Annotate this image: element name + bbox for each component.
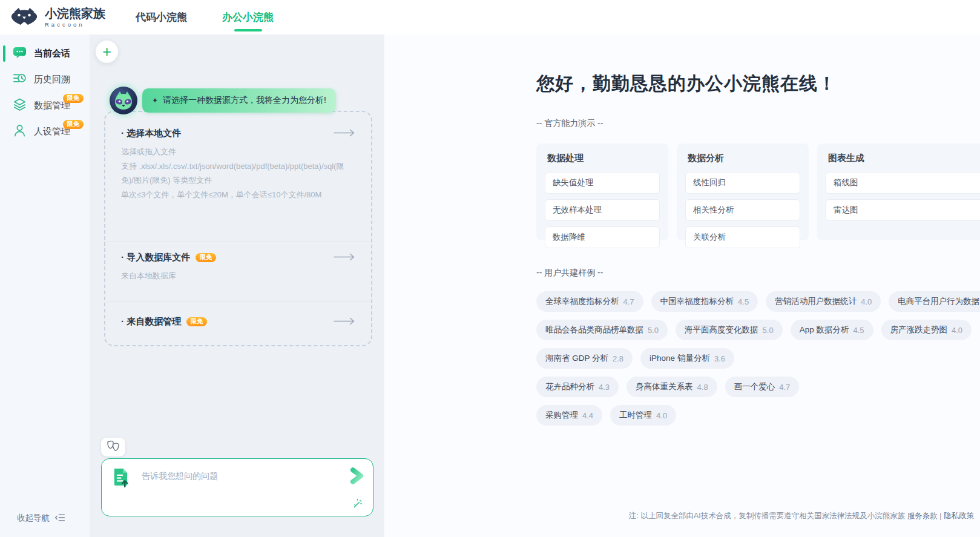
- official-demo-label: -- 官方能力演示 --: [536, 118, 980, 129]
- limited-free-badge: 限免: [196, 253, 216, 262]
- assistant-message-row: ✦ 请选择一种数据源方式，我将全力为您分析!: [110, 87, 336, 114]
- sidebar-item-history[interactable]: 历史回溯: [0, 67, 90, 93]
- card-title: 数据处理: [547, 153, 660, 164]
- example-pill[interactable]: 营销活动用户数据统计4.0: [766, 291, 881, 312]
- example-pill[interactable]: 唯品会各品类商品榜单数据5.0: [536, 320, 668, 340]
- tab-code-raccoon[interactable]: 代码小浣熊: [136, 0, 187, 35]
- limited-free-badge: 限免: [63, 120, 84, 129]
- sidebar-item-label: 历史回溯: [34, 74, 70, 85]
- capability-card-data-processing: 数据处理 缺失值处理 无效样本处理 数据降维: [536, 143, 668, 240]
- example-pill[interactable]: 电商平台用户行为数据4.8: [889, 291, 980, 312]
- user-examples-label: -- 用户共建样例 --: [536, 268, 980, 278]
- option-desc-line: 选择或拖入文件: [121, 145, 355, 159]
- ai-disclaimer: 注: 以上回复全部由AI技术合成，复制传播需要遵守相关国家法律法规及小浣熊家族 …: [629, 511, 974, 521]
- plus-icon: +: [102, 43, 111, 61]
- capability-card-chart-generation: 图表生成 箱线图 雷达图: [817, 143, 980, 240]
- brand-name: 小浣熊家族: [45, 7, 105, 20]
- option-title: · 来自数据管理: [121, 316, 181, 328]
- brand: 小浣熊家族 Raccoon: [0, 6, 119, 29]
- assistant-message-bubble: ✦ 请选择一种数据源方式，我将全力为您分析!: [142, 88, 336, 113]
- option-desc-line: 支持 .xlsx/.xls/.csv/.txt/json/word(beta)/…: [121, 159, 355, 187]
- active-indicator-bar: [3, 45, 5, 62]
- option-title: · 选择本地文件: [121, 128, 181, 139]
- disclaimer-text: 注: 以上回复全部由AI技术合成，复制传播需要遵守相关国家法律法规及小浣熊家族: [629, 512, 905, 520]
- card-title: 图表生成: [828, 153, 980, 164]
- raccoon-logo-icon: [10, 6, 39, 29]
- sidebar-item-persona-management[interactable]: 人设管理 限免: [0, 119, 90, 145]
- example-pill[interactable]: App 数据分析4.5: [791, 320, 873, 340]
- arrow-right-icon: [334, 128, 355, 139]
- collapse-nav-label: 收起导航: [17, 513, 50, 524]
- example-pill[interactable]: 画一个爱心4.7: [725, 377, 800, 397]
- assistant-avatar: [110, 87, 137, 114]
- privacy-link[interactable]: 隐私政策: [944, 512, 974, 520]
- chat-panel: + ✦ 请选择一种数据源方式，我将全力为您分析!: [90, 35, 384, 537]
- example-pill[interactable]: 房产涨跌走势图4.0: [881, 320, 972, 340]
- sidebar-item-current-session[interactable]: 当前会话: [0, 41, 90, 67]
- example-pill[interactable]: 湖南省 GDP 分析2.8: [536, 348, 633, 369]
- history-icon: [13, 71, 27, 88]
- option-local-file[interactable]: · 选择本地文件 选择或拖入文件 支持 .xlsx/.xls/.csv/.txt…: [105, 112, 371, 241]
- assistant-message-text: 请选择一种数据源方式，我将全力为您分析!: [163, 95, 326, 106]
- chat-input-box: [101, 458, 373, 516]
- top-tabs: 代码小浣熊 办公小浣熊: [136, 0, 274, 35]
- capability-item[interactable]: 相关性分析: [685, 199, 800, 221]
- magic-wand-icon[interactable]: [352, 498, 363, 512]
- new-session-button[interactable]: +: [96, 41, 118, 63]
- sidebar-item-label: 当前会话: [34, 48, 70, 59]
- capability-item[interactable]: 关联分析: [685, 226, 800, 248]
- example-pill[interactable]: 身高体重关系表4.8: [626, 377, 717, 397]
- collapse-nav-button[interactable]: 收起导航: [17, 513, 65, 524]
- arrow-right-icon: [334, 317, 355, 328]
- brand-subtitle: Raccoon: [45, 21, 105, 28]
- capability-item[interactable]: 线性回归: [685, 172, 800, 194]
- top-bar: 小浣熊家族 Raccoon 代码小浣熊 办公小浣熊: [0, 0, 980, 35]
- card-title: 数据分析: [688, 153, 800, 164]
- capability-item[interactable]: 箱线图: [826, 172, 980, 194]
- capability-item[interactable]: 数据降维: [545, 226, 660, 248]
- limited-free-badge: 限免: [63, 94, 84, 103]
- masks-icon: [106, 440, 120, 455]
- data-source-options-box: · 选择本地文件 选择或拖入文件 支持 .xlsx/.xls/.csv/.txt…: [104, 111, 372, 346]
- example-pill[interactable]: iPhone 销量分析3.6: [640, 348, 734, 369]
- collapse-nav-icon: [54, 513, 65, 524]
- sidebar-item-data-management[interactable]: 数据管理 限免: [0, 93, 90, 119]
- separator: |: [939, 512, 941, 520]
- persona-masks-button[interactable]: [101, 438, 125, 456]
- example-pill[interactable]: 花卉品种分析4.3: [536, 377, 619, 397]
- option-from-data-management[interactable]: · 来自数据管理 限免: [105, 301, 371, 345]
- sidebar: 当前会话 历史回溯: [0, 35, 90, 537]
- send-icon[interactable]: [349, 467, 365, 487]
- option-desc-line: 单次≤3个文件，单个文件≤20M，单个会话≤10个文件/80M: [121, 188, 355, 202]
- chat-bubble-icon: [13, 45, 27, 62]
- arrow-right-icon: [334, 252, 355, 263]
- example-pill[interactable]: 采购管理4.4: [536, 405, 602, 426]
- capability-item[interactable]: 雷达图: [826, 199, 980, 221]
- capability-item[interactable]: 无效样本处理: [545, 199, 660, 221]
- sparkle-icon: ✦: [152, 96, 158, 105]
- layers-icon: [13, 97, 27, 114]
- limited-free-badge: 限免: [186, 317, 207, 326]
- capability-item[interactable]: 缺失值处理: [545, 172, 660, 194]
- option-import-database[interactable]: · 导入数据库文件 限免 来自本地数据库: [105, 241, 371, 301]
- example-pills: 全球幸福度指标分析4.7 中国幸福度指标分析4.5 营销活动用户数据统计4.0 …: [536, 291, 980, 426]
- terms-link[interactable]: 服务条款: [907, 512, 938, 520]
- example-pill[interactable]: 中国幸福度指标分析4.5: [651, 291, 758, 312]
- capability-card-data-analysis: 数据分析 线性回归 相关性分析 关联分析: [677, 143, 809, 240]
- example-pill[interactable]: 海平面高度变化数据5.0: [676, 320, 783, 340]
- person-icon: [13, 124, 27, 140]
- example-pill[interactable]: 工时管理4.0: [610, 405, 676, 426]
- option-desc-line: 来自本地数据库: [121, 269, 355, 283]
- main-panel: 您好，勤勤恳恳的办公小浣熊在线！ -- 官方能力演示 -- 数据处理 缺失值处理…: [384, 35, 980, 537]
- capability-cards: 数据处理 缺失值处理 无效样本处理 数据降维 数据分析 线性回归 相关性分析 关…: [536, 143, 980, 240]
- example-pill[interactable]: 全球幸福度指标分析4.7: [536, 291, 643, 312]
- tab-office-raccoon[interactable]: 办公小浣熊: [222, 0, 274, 35]
- chat-input[interactable]: [102, 459, 373, 516]
- option-title: · 导入数据库文件: [121, 252, 190, 263]
- page-title: 您好，勤勤恳恳的办公小浣熊在线！: [536, 71, 980, 96]
